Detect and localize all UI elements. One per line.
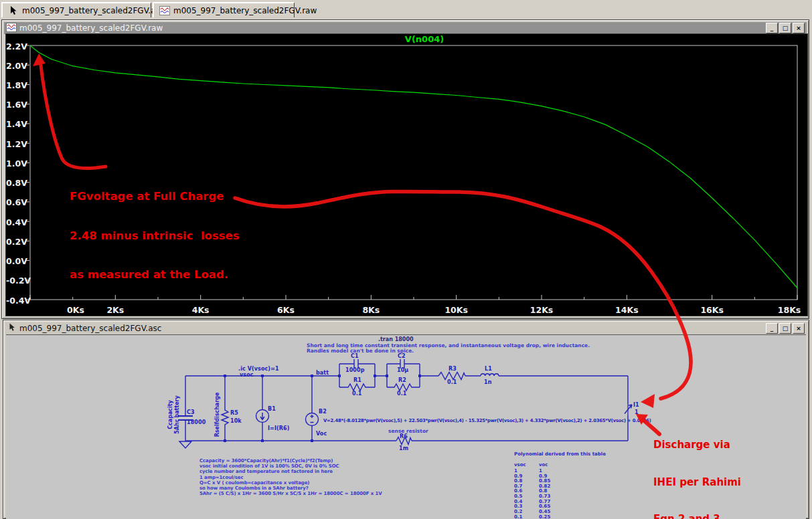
schematic-note-line: cycle number and temperature not factore… bbox=[199, 469, 333, 474]
schematic-label: I1 bbox=[633, 402, 639, 408]
schematic-label: 5Ahr battery bbox=[174, 395, 180, 434]
schematic-label: 0.1 bbox=[397, 391, 406, 397]
tab-label: m005_997_battery_scaled2FGV.raw bbox=[173, 6, 317, 15]
poly-table-cell: 0.25 bbox=[539, 514, 550, 519]
waveform-window-titlebar[interactable]: m005_997_battery_scaled2FGV.raw _ □ × bbox=[4, 22, 807, 34]
x-axis-labels: 0Ks2Ks4Ks6Ks8Ks10Ks12Ks14Ks16Ks18Ks bbox=[6, 34, 807, 316]
schematic-label: V=2.48*(-8.0128*pwr(V(vsoc),5) + 22.503*… bbox=[323, 418, 651, 423]
schematic-label: 1 bbox=[635, 409, 639, 415]
tab-schematic-asc[interactable]: m005_997_battery_scaled2FGV.asc bbox=[1, 2, 151, 17]
schematic-label: R6 bbox=[400, 433, 408, 439]
schematic-label: 0.1 bbox=[352, 391, 361, 397]
waveform-window-title: m005_997_battery_scaled2FGV.raw bbox=[19, 23, 763, 33]
x-tick-label: 10Ks bbox=[438, 305, 475, 315]
schematic-label: .ic V(vsoc)=1 bbox=[238, 366, 279, 372]
tab-waveform-raw[interactable]: m005_997_battery_scaled2FGV.raw bbox=[153, 2, 295, 17]
minimize-button[interactable]: _ bbox=[766, 323, 778, 334]
schematic-window-titlebar[interactable]: m005_997_battery_scaled2FGV.asc _ □ × bbox=[5, 322, 807, 334]
schematic-note-line: 1 amp=1coul/sec bbox=[199, 475, 244, 480]
schematic-window: m005_997_battery_scaled2FGV.asc _ □ × bbox=[3, 320, 809, 519]
close-button[interactable]: × bbox=[793, 323, 805, 334]
maximize-button[interactable]: □ bbox=[779, 323, 791, 334]
poly-table-header: vsoc bbox=[514, 462, 526, 468]
schematic-label: 10k bbox=[230, 418, 242, 424]
cursor-icon bbox=[7, 323, 17, 334]
schematic-label: vsoc bbox=[240, 372, 254, 378]
schematic-label: L1 bbox=[485, 366, 492, 372]
close-button[interactable]: × bbox=[793, 23, 805, 33]
schematic-label: R5 bbox=[230, 410, 238, 416]
schematic-label: .tran 18000 bbox=[378, 336, 414, 342]
poly-table-header: voc bbox=[539, 462, 548, 468]
schematic-label: Ccapacity bbox=[167, 400, 173, 429]
schematic-label: B2 bbox=[319, 409, 327, 415]
schematic-text-layer: .tran 18000Short and long time constant … bbox=[6, 335, 806, 519]
schematic-label: batt bbox=[316, 370, 329, 376]
schematic-label: sense resistor bbox=[388, 428, 428, 434]
schematic-note-line: so how many Coulombs in a 5Ahr battery? bbox=[199, 486, 309, 491]
schematic-note-line: Ccapacity = 3600*Capacity(Ahr)*f1(Cycle)… bbox=[199, 458, 333, 463]
cursor-icon bbox=[8, 6, 19, 15]
x-tick-label: 4Ks bbox=[183, 305, 219, 315]
schematic-label: R2 bbox=[398, 377, 406, 383]
waveform-window: m005_997_battery_scaled2FGV.raw _ □ × V(… bbox=[1, 19, 809, 319]
schematic-note-line: vsoc initial condition of 1V is 100% SOC… bbox=[199, 463, 339, 469]
x-tick-label: 18Ks bbox=[771, 305, 807, 315]
schematic-label: C3 bbox=[187, 409, 195, 415]
schematic-label: Rselfdischarge bbox=[214, 393, 220, 437]
minimize-button[interactable]: _ bbox=[766, 23, 778, 33]
x-tick-label: 12Ks bbox=[523, 305, 560, 315]
schematic-label: 1000p bbox=[345, 367, 365, 373]
schematic-label: 10µ bbox=[397, 367, 408, 373]
x-tick-label: 2Ks bbox=[97, 305, 133, 315]
schematic-label: 1m bbox=[399, 445, 408, 451]
maximize-button[interactable]: □ bbox=[779, 23, 791, 33]
schematic-label: Voc bbox=[316, 431, 327, 437]
waveform-icon bbox=[6, 23, 17, 34]
schematic-window-title: m005_997_battery_scaled2FGV.asc bbox=[19, 324, 763, 333]
schematic-label: 0.1 bbox=[447, 379, 457, 385]
schematic-label: B1 bbox=[268, 406, 276, 412]
schematic-canvas[interactable]: .tran 18000Short and long time constant … bbox=[6, 334, 806, 519]
schematic-label: 1n bbox=[484, 379, 491, 385]
schematic-label: 18000 bbox=[187, 419, 206, 425]
tab-label: m005_997_battery_scaled2FGV.asc bbox=[22, 6, 164, 15]
schematic-label: C1 bbox=[351, 353, 359, 359]
schematic-label: C2 bbox=[398, 353, 406, 359]
x-tick-label: 0Ks bbox=[58, 305, 94, 315]
schematic-note-line: Q=C x V ( coulomb=capacitance x voltage) bbox=[199, 480, 309, 486]
x-tick-label: 8Ks bbox=[353, 305, 389, 315]
x-tick-label: 14Ks bbox=[608, 305, 645, 315]
waveform-plot-area[interactable]: V(n004) 2.2V2.0V1.8V1.6V1.4V1.2V1.0V0.8V… bbox=[5, 33, 808, 316]
waveform-icon bbox=[159, 6, 170, 15]
poly-table-cell: 0.1 bbox=[514, 514, 522, 519]
schematic-label: R1 bbox=[353, 377, 361, 383]
x-tick-label: 6Ks bbox=[268, 305, 304, 315]
document-tab-bar: m005_997_battery_scaled2FGV.asc m005_997… bbox=[0, 0, 812, 19]
schematic-label: R3 bbox=[449, 366, 457, 372]
schematic-label: I=I(R6) bbox=[268, 425, 289, 431]
poly-table-caption: Polynomial derived from this table bbox=[514, 451, 606, 457]
x-tick-label: 16Ks bbox=[694, 305, 730, 315]
schematic-note-line: 5Ahr = (5 C/S) x 1Hr = 3600 S/Hr x 5C/S … bbox=[199, 491, 382, 496]
